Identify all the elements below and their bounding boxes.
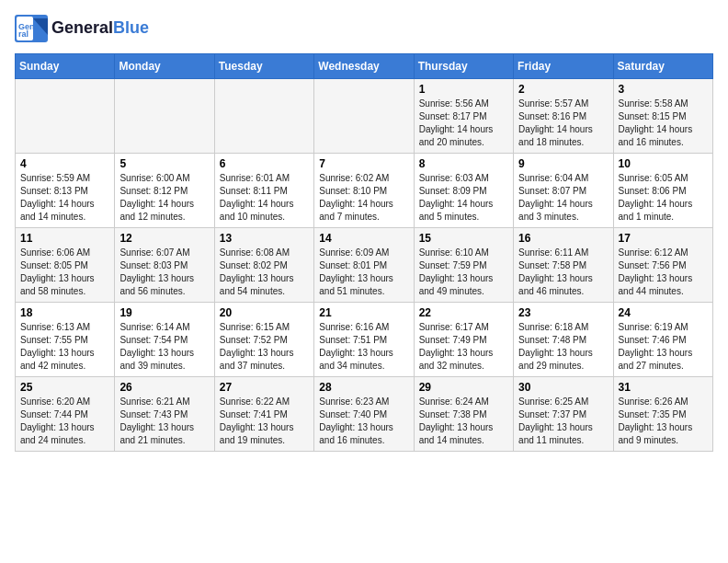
day-info: Sunrise: 6:24 AM Sunset: 7:38 PM Dayligh… bbox=[419, 396, 508, 447]
header-friday: Friday bbox=[514, 54, 613, 79]
day-number: 6 bbox=[220, 157, 309, 170]
week-row-5: 25Sunrise: 6:20 AM Sunset: 7:44 PM Dayli… bbox=[16, 377, 713, 452]
calendar-cell: 4Sunrise: 5:59 AM Sunset: 8:13 PM Daylig… bbox=[16, 154, 115, 228]
day-number: 1 bbox=[419, 83, 508, 96]
calendar-cell: 21Sunrise: 6:16 AM Sunset: 7:51 PM Dayli… bbox=[314, 303, 414, 377]
page-header: Gene ral GeneralBlue bbox=[15, 15, 713, 42]
header-saturday: Saturday bbox=[613, 54, 712, 79]
calendar-cell: 3Sunrise: 5:58 AM Sunset: 8:15 PM Daylig… bbox=[613, 79, 712, 154]
calendar-cell: 9Sunrise: 6:04 AM Sunset: 8:07 PM Daylig… bbox=[514, 154, 613, 228]
day-info: Sunrise: 6:25 AM Sunset: 7:37 PM Dayligh… bbox=[518, 396, 608, 447]
calendar-cell: 2Sunrise: 5:57 AM Sunset: 8:16 PM Daylig… bbox=[514, 79, 613, 154]
day-info: Sunrise: 6:07 AM Sunset: 8:03 PM Dayligh… bbox=[119, 247, 209, 298]
day-number: 20 bbox=[220, 306, 309, 319]
day-info: Sunrise: 6:02 AM Sunset: 8:10 PM Dayligh… bbox=[319, 172, 408, 224]
calendar-cell: 30Sunrise: 6:25 AM Sunset: 7:37 PM Dayli… bbox=[514, 377, 613, 452]
day-number: 18 bbox=[20, 306, 109, 319]
day-number: 28 bbox=[319, 381, 408, 394]
calendar-cell: 19Sunrise: 6:14 AM Sunset: 7:54 PM Dayli… bbox=[115, 303, 214, 377]
day-number: 21 bbox=[319, 306, 408, 319]
calendar-table: SundayMondayTuesdayWednesdayThursdayFrid… bbox=[15, 53, 713, 452]
calendar-cell: 25Sunrise: 6:20 AM Sunset: 7:44 PM Dayli… bbox=[16, 377, 115, 452]
day-info: Sunrise: 6:10 AM Sunset: 7:59 PM Dayligh… bbox=[419, 247, 508, 298]
day-number: 5 bbox=[119, 157, 209, 170]
day-number: 30 bbox=[518, 381, 608, 394]
day-number: 24 bbox=[619, 306, 708, 319]
day-info: Sunrise: 6:20 AM Sunset: 7:44 PM Dayligh… bbox=[20, 396, 109, 447]
logo-text-blue: Blue bbox=[113, 18, 149, 37]
calendar-cell: 10Sunrise: 6:05 AM Sunset: 8:06 PM Dayli… bbox=[613, 154, 712, 228]
day-info: Sunrise: 6:00 AM Sunset: 8:12 PM Dayligh… bbox=[119, 172, 209, 224]
day-number: 26 bbox=[119, 381, 209, 394]
header-wednesday: Wednesday bbox=[314, 54, 414, 79]
day-number: 29 bbox=[419, 381, 508, 394]
header-sunday: Sunday bbox=[16, 54, 115, 79]
calendar-cell: 8Sunrise: 6:03 AM Sunset: 8:09 PM Daylig… bbox=[414, 154, 513, 228]
calendar-cell bbox=[314, 79, 414, 154]
day-info: Sunrise: 6:16 AM Sunset: 7:51 PM Dayligh… bbox=[319, 321, 408, 373]
day-number: 27 bbox=[220, 381, 309, 394]
day-number: 15 bbox=[419, 232, 508, 245]
calendar-cell: 5Sunrise: 6:00 AM Sunset: 8:12 PM Daylig… bbox=[115, 154, 214, 228]
day-info: Sunrise: 6:08 AM Sunset: 8:02 PM Dayligh… bbox=[220, 247, 309, 298]
calendar-cell: 14Sunrise: 6:09 AM Sunset: 8:01 PM Dayli… bbox=[314, 228, 414, 303]
day-info: Sunrise: 6:04 AM Sunset: 8:07 PM Dayligh… bbox=[518, 172, 608, 224]
calendar-cell: 15Sunrise: 6:10 AM Sunset: 7:59 PM Dayli… bbox=[414, 228, 513, 303]
day-number: 12 bbox=[119, 232, 209, 245]
day-info: Sunrise: 6:14 AM Sunset: 7:54 PM Dayligh… bbox=[119, 321, 209, 373]
calendar-cell: 11Sunrise: 6:06 AM Sunset: 8:05 PM Dayli… bbox=[16, 228, 115, 303]
calendar-cell: 28Sunrise: 6:23 AM Sunset: 7:40 PM Dayli… bbox=[314, 377, 414, 452]
calendar-cell bbox=[214, 79, 313, 154]
day-info: Sunrise: 6:22 AM Sunset: 7:41 PM Dayligh… bbox=[220, 396, 309, 447]
day-info: Sunrise: 6:12 AM Sunset: 7:56 PM Dayligh… bbox=[619, 247, 708, 298]
day-number: 19 bbox=[119, 306, 209, 319]
calendar-cell: 31Sunrise: 6:26 AM Sunset: 7:35 PM Dayli… bbox=[613, 377, 712, 452]
day-number: 4 bbox=[20, 157, 109, 170]
day-info: Sunrise: 6:11 AM Sunset: 7:58 PM Dayligh… bbox=[518, 247, 608, 298]
day-info: Sunrise: 5:56 AM Sunset: 8:17 PM Dayligh… bbox=[419, 98, 508, 149]
day-info: Sunrise: 6:23 AM Sunset: 7:40 PM Dayligh… bbox=[319, 396, 408, 447]
week-row-3: 11Sunrise: 6:06 AM Sunset: 8:05 PM Dayli… bbox=[16, 228, 713, 303]
day-info: Sunrise: 5:57 AM Sunset: 8:16 PM Dayligh… bbox=[518, 98, 608, 149]
day-info: Sunrise: 6:19 AM Sunset: 7:46 PM Dayligh… bbox=[619, 321, 708, 373]
calendar-cell: 27Sunrise: 6:22 AM Sunset: 7:41 PM Dayli… bbox=[214, 377, 313, 452]
week-row-1: 1Sunrise: 5:56 AM Sunset: 8:17 PM Daylig… bbox=[16, 79, 713, 154]
calendar-cell: 13Sunrise: 6:08 AM Sunset: 8:02 PM Dayli… bbox=[214, 228, 313, 303]
calendar-cell bbox=[115, 79, 214, 154]
calendar-cell: 18Sunrise: 6:13 AM Sunset: 7:55 PM Dayli… bbox=[16, 303, 115, 377]
calendar-cell: 6Sunrise: 6:01 AM Sunset: 8:11 PM Daylig… bbox=[214, 154, 313, 228]
day-number: 9 bbox=[518, 157, 608, 170]
day-number: 31 bbox=[619, 381, 708, 394]
day-info: Sunrise: 6:18 AM Sunset: 7:48 PM Dayligh… bbox=[518, 321, 608, 373]
day-number: 14 bbox=[319, 232, 408, 245]
calendar-cell bbox=[16, 79, 115, 154]
day-info: Sunrise: 6:03 AM Sunset: 8:09 PM Dayligh… bbox=[419, 172, 508, 224]
calendar-cell: 12Sunrise: 6:07 AM Sunset: 8:03 PM Dayli… bbox=[115, 228, 214, 303]
calendar-cell: 22Sunrise: 6:17 AM Sunset: 7:49 PM Dayli… bbox=[414, 303, 513, 377]
day-number: 11 bbox=[20, 232, 109, 245]
day-info: Sunrise: 6:01 AM Sunset: 8:11 PM Dayligh… bbox=[220, 172, 309, 224]
calendar-cell: 7Sunrise: 6:02 AM Sunset: 8:10 PM Daylig… bbox=[314, 154, 414, 228]
calendar-cell: 16Sunrise: 6:11 AM Sunset: 7:58 PM Dayli… bbox=[514, 228, 613, 303]
day-info: Sunrise: 5:59 AM Sunset: 8:13 PM Dayligh… bbox=[20, 172, 109, 224]
day-info: Sunrise: 6:05 AM Sunset: 8:06 PM Dayligh… bbox=[619, 172, 708, 224]
day-info: Sunrise: 6:17 AM Sunset: 7:49 PM Dayligh… bbox=[419, 321, 508, 373]
calendar-cell: 1Sunrise: 5:56 AM Sunset: 8:17 PM Daylig… bbox=[414, 79, 513, 154]
day-info: Sunrise: 6:09 AM Sunset: 8:01 PM Dayligh… bbox=[319, 247, 408, 298]
day-info: Sunrise: 6:21 AM Sunset: 7:43 PM Dayligh… bbox=[119, 396, 209, 447]
day-info: Sunrise: 6:15 AM Sunset: 7:52 PM Dayligh… bbox=[220, 321, 309, 373]
week-row-4: 18Sunrise: 6:13 AM Sunset: 7:55 PM Dayli… bbox=[16, 303, 713, 377]
calendar-cell: 20Sunrise: 6:15 AM Sunset: 7:52 PM Dayli… bbox=[214, 303, 313, 377]
day-number: 2 bbox=[518, 83, 608, 96]
logo-text-general: General bbox=[51, 18, 113, 37]
day-info: Sunrise: 6:06 AM Sunset: 8:05 PM Dayligh… bbox=[20, 247, 109, 298]
day-info: Sunrise: 6:13 AM Sunset: 7:55 PM Dayligh… bbox=[20, 321, 109, 373]
calendar-header: SundayMondayTuesdayWednesdayThursdayFrid… bbox=[16, 54, 713, 79]
day-number: 25 bbox=[20, 381, 109, 394]
header-row: SundayMondayTuesdayWednesdayThursdayFrid… bbox=[16, 54, 713, 79]
calendar-cell: 29Sunrise: 6:24 AM Sunset: 7:38 PM Dayli… bbox=[414, 377, 513, 452]
header-thursday: Thursday bbox=[414, 54, 513, 79]
logo-icon: Gene ral bbox=[15, 15, 48, 42]
calendar-cell: 26Sunrise: 6:21 AM Sunset: 7:43 PM Dayli… bbox=[115, 377, 214, 452]
calendar-cell: 24Sunrise: 6:19 AM Sunset: 7:46 PM Dayli… bbox=[613, 303, 712, 377]
